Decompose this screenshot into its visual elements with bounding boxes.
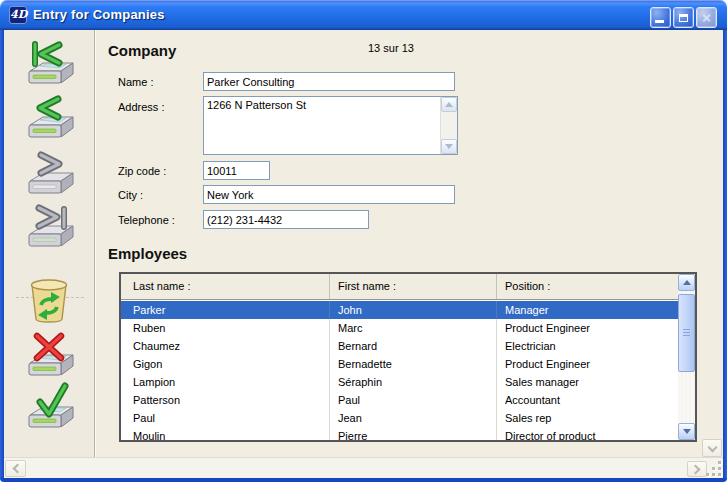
- minimize-icon: [655, 20, 664, 23]
- table-cell: Director of product: [497, 427, 678, 440]
- column-header-last-name[interactable]: Last name :: [121, 274, 330, 299]
- table-cell: Lampion: [121, 373, 330, 391]
- column-header-position[interactable]: Position :: [497, 274, 678, 299]
- cancel-x-icon: [20, 330, 82, 384]
- table-row[interactable]: LampionSéraphinSales manager: [121, 373, 678, 391]
- maximize-icon: [679, 14, 688, 22]
- name-field[interactable]: [203, 72, 455, 91]
- cancel-button[interactable]: [20, 330, 82, 384]
- table-row[interactable]: MoulinPierreDirector of product: [121, 427, 678, 440]
- table-cell: Product Engineer: [497, 319, 678, 337]
- trash-recycle-icon: [20, 275, 82, 329]
- table-cell: Marc: [330, 319, 497, 337]
- table-cell: Pierre: [330, 427, 497, 440]
- scroll-up-icon: [445, 102, 453, 107]
- city-field[interactable]: [203, 185, 455, 204]
- address-scroll-up-button[interactable]: [441, 97, 457, 112]
- city-label: City :: [118, 189, 143, 201]
- employees-table: Last name : First name : Position : Park…: [119, 272, 697, 442]
- table-row[interactable]: PattersonPaulAccountant: [121, 391, 678, 409]
- last-record-button[interactable]: [20, 201, 82, 255]
- validate-check-icon: [20, 382, 82, 436]
- app-logo-icon: 4D: [9, 6, 27, 24]
- maximize-button[interactable]: [673, 7, 694, 28]
- table-cell: Paul: [330, 391, 497, 409]
- scroll-up-icon: [683, 280, 691, 285]
- table-cell: Bernard: [330, 337, 497, 355]
- table-scrollbar-thumb[interactable]: [678, 294, 695, 372]
- scroll-down-icon: [683, 429, 691, 434]
- record-toolbar: [4, 30, 95, 478]
- chevron-left-icon: [12, 464, 22, 474]
- address-scroll-down-button[interactable]: [441, 139, 457, 154]
- table-scroll-up-button[interactable]: [678, 274, 695, 291]
- table-cell: Chaumez: [121, 337, 330, 355]
- table-cell: Sales rep: [497, 409, 678, 427]
- table-scroll-down-button[interactable]: [678, 423, 695, 440]
- record-counter: 13 sur 13: [368, 42, 414, 54]
- name-label: Name :: [118, 76, 153, 88]
- table-cell: Manager: [497, 301, 678, 319]
- chevron-right-icon: [691, 464, 701, 474]
- employees-scrollbar[interactable]: [678, 274, 695, 440]
- validate-button[interactable]: [20, 382, 82, 436]
- table-cell: Jean: [330, 409, 497, 427]
- previous-record-button[interactable]: [20, 92, 82, 146]
- employees-section-heading: Employees: [108, 245, 187, 262]
- next-record-icon: [20, 148, 82, 202]
- table-cell: Séraphin: [330, 373, 497, 391]
- minimize-button[interactable]: [650, 7, 671, 28]
- table-cell: Accountant: [497, 391, 678, 409]
- first-record-button[interactable]: [20, 38, 82, 92]
- table-cell: Patterson: [121, 391, 330, 409]
- table-row[interactable]: GigonBernadetteProduct Engineer: [121, 355, 678, 373]
- address-scrollbar[interactable]: [440, 97, 457, 154]
- employee-rows: ParkerJohnManagerRubenMarcProduct Engine…: [121, 301, 678, 440]
- table-cell: Bernadette: [330, 355, 497, 373]
- window-scroll-left-button[interactable]: [5, 460, 26, 477]
- window-border-right: [723, 30, 727, 478]
- table-row[interactable]: PaulJeanSales rep: [121, 409, 678, 427]
- table-cell: Sales manager: [497, 373, 678, 391]
- address-text: 1266 N Patterson St: [207, 99, 439, 112]
- company-section-heading: Company: [108, 42, 176, 59]
- table-cell: Electrician: [497, 337, 678, 355]
- scroll-down-icon: [445, 144, 453, 149]
- chevron-down-icon: [707, 442, 717, 452]
- close-icon: ×: [702, 10, 711, 25]
- window-title: Entry for Companies: [33, 7, 165, 22]
- previous-record-icon: [20, 92, 82, 146]
- address-label: Address :: [118, 101, 164, 113]
- table-row[interactable]: RubenMarcProduct Engineer: [121, 319, 678, 337]
- close-button[interactable]: ×: [696, 7, 717, 28]
- first-record-icon: [20, 38, 82, 92]
- table-cell: Moulin: [121, 427, 330, 440]
- address-field[interactable]: 1266 N Patterson St: [203, 96, 458, 155]
- scrollbar-grip-icon: [683, 329, 690, 338]
- column-header-first-name[interactable]: First name :: [330, 274, 497, 299]
- table-cell: John: [330, 301, 497, 319]
- window-scroll-right-button[interactable]: [687, 461, 707, 477]
- horizontal-scroll-strip: [4, 457, 723, 478]
- next-record-button[interactable]: [20, 148, 82, 202]
- table-row[interactable]: ParkerJohnManager: [121, 301, 678, 319]
- last-record-icon: [20, 201, 82, 255]
- table-cell: Parker: [121, 301, 330, 319]
- telephone-label: Telephone :: [118, 214, 175, 226]
- window-scroll-down-button[interactable]: [702, 439, 722, 457]
- zip-label: Zip code :: [118, 165, 166, 177]
- table-row[interactable]: ChaumezBernardElectrician: [121, 337, 678, 355]
- telephone-field[interactable]: [203, 210, 369, 229]
- window-border-bottom: [0, 478, 727, 482]
- window-resize-grip[interactable]: [706, 461, 723, 477]
- table-cell: Product Engineer: [497, 355, 678, 373]
- employees-table-header: Last name : First name : Position :: [121, 274, 678, 300]
- titlebar[interactable]: 4D Entry for Companies ×: [0, 0, 727, 30]
- zip-field[interactable]: [203, 161, 270, 180]
- table-cell: Ruben: [121, 319, 330, 337]
- table-cell: Gigon: [121, 355, 330, 373]
- delete-record-button[interactable]: [20, 275, 82, 329]
- table-cell: Paul: [121, 409, 330, 427]
